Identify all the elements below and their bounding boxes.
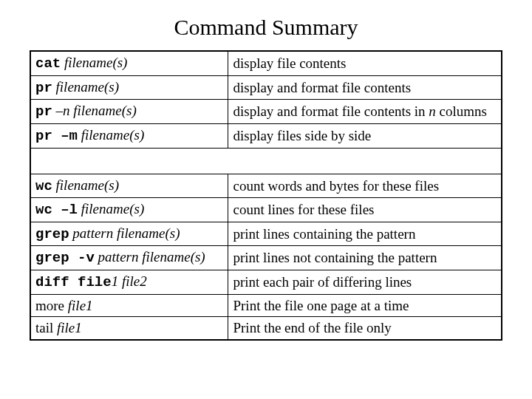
table-row: diff file1 file2print each pair of diffe…	[30, 270, 502, 295]
command-cell: more file1	[30, 294, 228, 317]
table-row: wc –l filename(s)count lines for these f…	[30, 198, 502, 222]
command-cell: wc –l filename(s)	[30, 198, 228, 222]
command-cell: wc filename(s)	[30, 174, 228, 198]
spacer-cell	[30, 148, 502, 174]
description-cell: count lines for these files	[228, 198, 502, 222]
table-row: cat filename(s)display file contents	[30, 51, 502, 75]
description-cell: display and format file contents	[228, 75, 502, 100]
table-row: grep -v pattern filename(s)print lines n…	[30, 246, 502, 270]
command-cell: diff file1 file2	[30, 270, 228, 295]
table-row: tail file1Print the end of the file only	[30, 317, 502, 340]
table-row: pr filename(s)display and format file co…	[30, 75, 502, 100]
command-cell: pr filename(s)	[30, 75, 228, 100]
description-cell: count words and bytes for these files	[228, 174, 502, 198]
slide-page: Command Summary cat filename(s)display f…	[0, 0, 532, 341]
table-row	[30, 148, 502, 174]
description-cell: print lines containing the pattern	[228, 222, 502, 246]
command-cell: tail file1	[30, 317, 228, 340]
description-cell: Print the end of the file only	[228, 317, 502, 340]
description-cell: print each pair of differing lines	[228, 270, 502, 295]
description-cell: display files side by side	[228, 123, 502, 148]
description-cell: Print the file one page at a time	[228, 294, 502, 317]
command-cell: cat filename(s)	[30, 51, 228, 75]
table-row: wc filename(s)count words and bytes for …	[30, 174, 502, 198]
command-cell: grep -v pattern filename(s)	[30, 246, 228, 270]
description-cell: print lines not containing the pattern	[228, 246, 502, 270]
command-cell: pr –n filename(s)	[30, 100, 228, 124]
description-cell: display and format file contents in n co…	[228, 100, 502, 124]
command-table: cat filename(s)display file contentspr f…	[30, 50, 502, 341]
table-row: pr –n filename(s)display and format file…	[30, 100, 502, 124]
command-cell: grep pattern filename(s)	[30, 222, 228, 246]
description-cell: display file contents	[228, 51, 502, 75]
table-row: pr –m filename(s)display files side by s…	[30, 123, 502, 148]
command-table-body: cat filename(s)display file contentspr f…	[30, 51, 502, 340]
table-row: more file1Print the file one page at a t…	[30, 294, 502, 317]
page-title: Command Summary	[30, 15, 502, 40]
command-cell: pr –m filename(s)	[30, 123, 228, 148]
table-row: grep pattern filename(s)print lines cont…	[30, 222, 502, 246]
